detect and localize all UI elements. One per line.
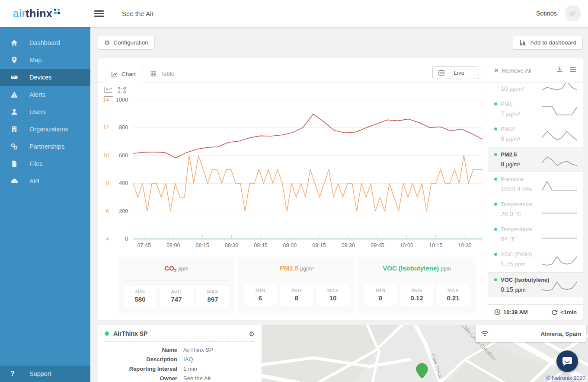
svg-text:14: 14 <box>103 97 109 103</box>
stat-value: 0.21 <box>437 294 470 302</box>
devices-icon <box>10 73 18 81</box>
sidebar-item-partnerships[interactable]: Partnerships <box>0 138 90 155</box>
svg-text:1000: 1000 <box>116 97 128 103</box>
map-copyright[interactable]: © Netronix 2020 <box>546 375 585 381</box>
sensor-sparkline <box>541 230 578 242</box>
sensor-item-pm1[interactable]: PM17 µg/m³ <box>488 97 583 122</box>
airthinx-logo: airthinx <box>0 7 90 20</box>
stat-value: 10 <box>316 294 349 302</box>
sensor-sparkline <box>541 255 578 267</box>
device-row-reporting-interval: Reporting Interval1 min <box>105 364 255 374</box>
user-name[interactable]: Sotirios <box>536 10 557 17</box>
sidebar-item-alerts[interactable]: Alerts <box>0 86 90 103</box>
sidebar-item-dashboard[interactable]: Dashboard <box>0 34 90 51</box>
tab-chart[interactable]: Chart <box>104 65 143 83</box>
sidebar-item-files[interactable]: Files <box>0 155 90 172</box>
sidebar-item-users[interactable]: Users <box>0 103 90 121</box>
configuration-button[interactable]: ⚙ Configuration <box>98 36 155 50</box>
tab-table[interactable]: Table <box>143 65 181 83</box>
stat-label: AVG <box>160 289 193 294</box>
sensor-item-vocetoh[interactable]: VOC (EtOH)1.75 ppm <box>488 247 583 272</box>
home-icon <box>10 39 18 47</box>
device-row-value: AirThinx SP <box>183 345 213 355</box>
stat-max-box: MAX0.21 <box>437 284 470 306</box>
device-row-owner: OwnerSee the Air <box>105 374 255 382</box>
chart-panel: Chart Table <box>98 58 583 320</box>
gear-icon: ⚙ <box>104 39 110 46</box>
menu-toggle-icon[interactable] <box>94 9 104 18</box>
stat-max-box: MAX10 <box>316 284 349 306</box>
sensor-item-vocisobutylene[interactable]: VOC (Isobutylene)0.15 ppm <box>488 272 583 297</box>
sidebar-item-label: Users <box>29 108 46 115</box>
sensor-name: Temperature <box>501 226 532 232</box>
stat-label: MAX <box>437 288 470 293</box>
sensor-item-pm[interactable]: PM10 µg/m³ <box>488 83 583 97</box>
bar-chart-icon <box>519 39 527 46</box>
sensor-panel-footer: 10:39 AM <1min <box>488 304 583 320</box>
stat-avg-box: AVG0.12 <box>400 284 433 306</box>
remove-all-button[interactable]: ✕ Remove All <box>494 67 531 74</box>
sidebar-item-map[interactable]: Map <box>0 51 90 69</box>
user-icon <box>10 108 18 116</box>
sidebar: DashboardMapDevicesAlertsUsersOrganizati… <box>0 27 90 382</box>
device-status-dot <box>105 331 109 336</box>
svg-text:08:45: 08:45 <box>254 242 267 248</box>
stat-value: 6 <box>244 294 277 302</box>
calendar-icon <box>438 69 445 76</box>
svg-text:200: 200 <box>119 208 128 214</box>
logo-text-thinx: thinx <box>26 7 52 20</box>
sensor-name: VOC (EtOH) <box>501 251 532 258</box>
sensor-item-pressure[interactable]: Pressure1010.4 hPa <box>488 172 583 197</box>
sensor-panel: ✕ Remove All <box>488 58 583 320</box>
svg-text:08:30: 08:30 <box>225 242 238 248</box>
chart-area: 0200400600800100046810121407:4508:0008:1… <box>98 83 488 253</box>
sidebar-item-support[interactable]: ? Support <box>0 366 90 382</box>
stat-value: 0 <box>364 294 397 302</box>
file-icon <box>10 160 18 168</box>
svg-text:10:15: 10:15 <box>429 242 442 248</box>
refresh-icon[interactable] <box>551 309 558 315</box>
close-icon: ✕ <box>494 67 499 73</box>
stat-value: 8 <box>280 294 313 302</box>
sidebar-item-label: Partnerships <box>29 143 64 150</box>
sidebar-item-devices[interactable]: Devices <box>0 69 90 86</box>
main-content: ⚙ Configuration Add to dashboard <box>90 27 588 382</box>
add-to-dashboard-button[interactable]: Add to dashboard <box>513 36 583 50</box>
sensor-item-pm2.5[interactable]: PM2.58 µg/m³ <box>488 147 583 172</box>
chat-widget-button[interactable] <box>556 350 578 372</box>
device-settings-gear-icon[interactable]: ⚙ <box>249 331 255 337</box>
stat-card-co2: CO2ppmMIN580AVG747MAX897 <box>118 257 235 313</box>
user-avatar[interactable]: SP <box>565 5 581 22</box>
map-view[interactable]: Calle CeutaCalle Largo Caballero Almería… <box>262 325 588 382</box>
timeseries-chart[interactable]: 0200400600800100046810121407:4508:0008:1… <box>98 83 488 253</box>
sidebar-item-api[interactable]: API <box>0 172 90 190</box>
sensor-name: PM1 <box>501 101 512 107</box>
stat-label: AVG <box>280 288 313 293</box>
cloud-icon <box>10 177 18 185</box>
stat-label: MAX <box>316 288 349 293</box>
stat-min-box: MIN0 <box>364 284 397 306</box>
sidebar-item-organizations[interactable]: Organizations <box>0 121 90 138</box>
panel-menu-icon[interactable] <box>569 67 577 74</box>
time-range-live-button[interactable]: Live <box>432 66 479 79</box>
sensor-name: PM2.5 <box>501 151 517 158</box>
sensor-item-temperature[interactable]: Temperature28.9 °C <box>488 197 583 222</box>
device-info-card: AirThinx SP ⚙ NameAirThinx SPDescription… <box>98 325 262 382</box>
sidebar-item-label: Devices <box>29 74 52 81</box>
sensor-name: Temperature <box>501 201 532 207</box>
sensor-status-dot <box>494 153 497 156</box>
sidebar-item-label: Alerts <box>29 91 45 98</box>
download-icon[interactable] <box>556 66 563 75</box>
svg-text:10:30: 10:30 <box>458 242 472 248</box>
device-row-value: IAQ <box>183 355 193 364</box>
stat-value: 580 <box>124 296 157 303</box>
sensor-status-dot <box>494 253 497 256</box>
sensor-list: PM10 µg/m³PM17 µg/m³PM108 µg/m³PM2.58 µg… <box>488 83 583 304</box>
sensor-name: Pressure <box>501 176 523 182</box>
sensor-item-temperature[interactable]: Temperature84 °F <box>488 222 583 247</box>
sensor-item-pm10[interactable]: PM108 µg/m³ <box>488 122 583 147</box>
tab-bar: Chart Table <box>98 58 488 83</box>
link-icon <box>10 143 18 150</box>
device-row-label: Name <box>105 345 177 355</box>
bottom-section: AirThinx SP ⚙ NameAirThinx SPDescription… <box>98 325 588 382</box>
